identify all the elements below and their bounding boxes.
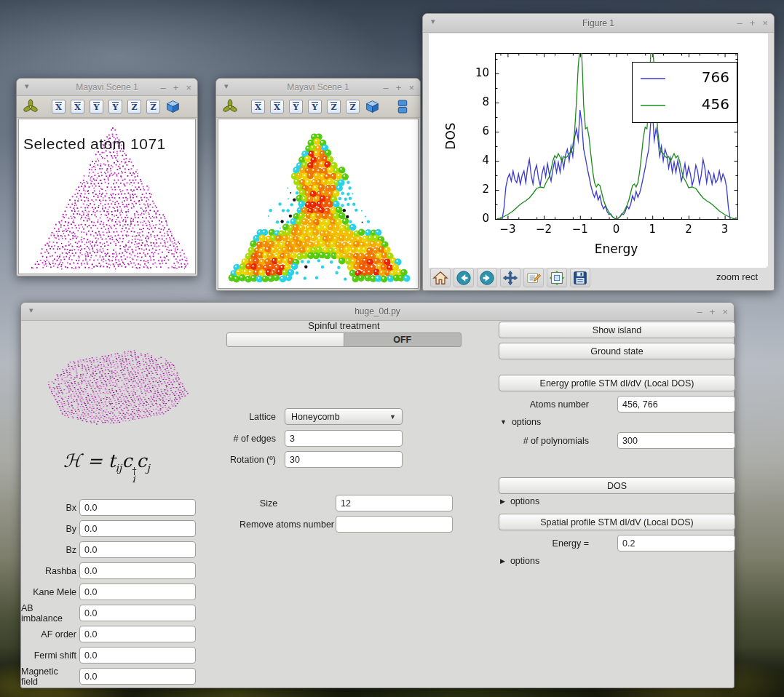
lattice-value: Honeycomb <box>291 412 340 422</box>
spatial-options-expander[interactable]: ▶ options <box>500 556 539 566</box>
figure-toolbar: zoom rect <box>429 266 768 289</box>
edges-input[interactable] <box>285 430 403 447</box>
field-label: Bx <box>21 499 76 516</box>
view-x-neg-button[interactable]: X <box>52 100 66 113</box>
toggle-knob[interactable] <box>227 333 344 346</box>
mayavi2-titlebar[interactable]: ▾ Mayavi Scene 1 – + × <box>216 79 420 96</box>
view-y-pos-button[interactable]: Y <box>308 100 322 113</box>
close-button[interactable]: × <box>408 83 414 92</box>
mayavi1-title: Mayavi Scene 1 <box>76 82 138 92</box>
forward-button[interactable] <box>477 268 497 287</box>
size-input[interactable] <box>336 495 453 511</box>
close-button[interactable]: × <box>722 307 728 316</box>
configure-subplots-button[interactable] <box>547 268 567 287</box>
maximize-button[interactable]: + <box>396 83 402 92</box>
spatial-profile-button[interactable]: Spatial profile STM dI/dV (Local DOS) <box>499 514 735 530</box>
selected-atom-label: Selected atom 1071 <box>23 135 166 153</box>
view-z-pos-button[interactable]: Z <box>146 100 160 113</box>
view-z-neg-button[interactable]: Z <box>327 100 341 113</box>
minimize-button[interactable]: – <box>161 83 166 92</box>
isometric-view-icon[interactable] <box>165 99 181 114</box>
field-label: Bz <box>21 541 76 558</box>
magnetic-field-input[interactable] <box>79 668 196 685</box>
energy-input[interactable] <box>617 535 735 551</box>
figure-titlebar[interactable]: ▾ Figure 1 – + × <box>423 14 774 33</box>
by-input[interactable] <box>79 520 196 537</box>
field-label: By <box>21 520 76 537</box>
close-button[interactable]: × <box>186 83 191 92</box>
close-button[interactable]: × <box>762 18 768 28</box>
view-y-pos-button[interactable]: Y <box>108 100 122 113</box>
fermi-shift-input[interactable] <box>79 647 196 664</box>
back-button[interactable] <box>454 268 474 287</box>
mayavi-logo-icon <box>222 99 238 115</box>
toggle-state-label: OFF <box>344 333 462 346</box>
polynomials-label: # of polynomials <box>494 432 589 449</box>
rotation-input[interactable] <box>285 451 403 468</box>
window-menu-icon[interactable]: ▾ <box>224 81 229 91</box>
minimize-button[interactable]: – <box>737 18 743 28</box>
view-y-neg-button[interactable]: Y <box>90 100 103 113</box>
lattice-label: Lattice <box>189 408 276 425</box>
view-y-neg-button[interactable]: Y <box>289 100 303 113</box>
edit-parameters-button[interactable] <box>523 268 544 287</box>
mayavi2-scene[interactable] <box>218 119 419 289</box>
energy-profile-button[interactable]: Energy profile STM dI/dV (Local DOS) <box>499 375 735 391</box>
lattice-dropdown[interactable]: Honeycomb ▼ <box>285 408 403 425</box>
window-mayavi-2: ▾ Mayavi Scene 1 – + × X X Y Y Z Z <box>215 78 421 291</box>
ground-state-button[interactable]: Ground state <box>499 343 735 359</box>
app-titlebar[interactable]: ▾ huge_0d.py – + × <box>21 303 734 321</box>
options-label: options <box>510 556 539 566</box>
energy-profile-options-expander[interactable]: ▼ options <box>500 417 541 427</box>
arrow-right-icon <box>479 270 495 286</box>
spinful-treatment-toggle[interactable]: OFF <box>226 332 462 347</box>
atoms-number-input[interactable] <box>617 396 735 413</box>
view-z-neg-button[interactable]: Z <box>127 100 141 113</box>
save-floppy-icon <box>572 270 588 286</box>
mayavi2-title: Mayavi Scene 1 <box>287 82 349 92</box>
rashba-input[interactable] <box>79 562 196 579</box>
window-menu-icon[interactable]: ▾ <box>29 306 33 315</box>
fullscreen-toggle-icon[interactable] <box>396 99 409 114</box>
view-x-pos-button[interactable]: X <box>71 100 84 113</box>
polynomials-input[interactable] <box>617 432 735 449</box>
edit-pencil-icon <box>526 270 542 286</box>
mayavi1-scene[interactable]: Selected atom 1071 <box>18 119 196 274</box>
view-x-neg-button[interactable]: X <box>251 100 265 113</box>
options-label: options <box>510 496 539 506</box>
kane-mele-input[interactable] <box>79 584 196 600</box>
app-title: huge_0d.py <box>355 306 400 316</box>
af-order-input[interactable] <box>79 626 196 642</box>
bx-input[interactable] <box>79 499 196 516</box>
home-button[interactable] <box>430 268 451 287</box>
dos-plot[interactable] <box>429 33 767 268</box>
isometric-view-icon[interactable] <box>365 99 380 114</box>
view-z-pos-button[interactable]: Z <box>346 100 360 113</box>
minimize-button[interactable]: – <box>384 83 389 92</box>
view-x-pos-button[interactable]: X <box>270 100 284 113</box>
remove-atoms-input[interactable] <box>336 516 453 533</box>
mayavi1-titlebar[interactable]: ▾ Mayavi Scene 1 – + × <box>17 79 197 96</box>
maximize-button[interactable]: + <box>710 307 716 316</box>
window-menu-icon[interactable]: ▾ <box>25 81 29 91</box>
pan-button[interactable] <box>500 268 520 287</box>
ab-imbalance-input[interactable] <box>79 605 196 621</box>
field-label: Magnetic field <box>21 668 76 685</box>
minimize-button[interactable]: – <box>697 307 702 316</box>
maximize-button[interactable]: + <box>173 83 179 92</box>
field-label: Fermi shift <box>21 647 76 664</box>
window-menu-icon[interactable]: ▾ <box>431 17 435 26</box>
show-island-button[interactable]: Show island <box>499 322 735 338</box>
save-button[interactable] <box>570 268 590 287</box>
figure-canvas-area[interactable] <box>429 33 768 266</box>
pan-arrows-icon <box>502 270 518 286</box>
chevron-down-icon: ▼ <box>389 413 396 421</box>
island-visualization <box>218 119 419 289</box>
dos-button[interactable]: DOS <box>499 477 735 494</box>
bz-input[interactable] <box>79 541 196 558</box>
expander-closed-icon: ▶ <box>500 557 505 565</box>
dos-options-expander[interactable]: ▶ options <box>500 496 539 506</box>
maximize-button[interactable]: + <box>750 18 756 28</box>
mayavi2-toolbar: X X Y Y Z Z <box>216 96 420 118</box>
mayavi-logo-icon <box>23 99 39 115</box>
